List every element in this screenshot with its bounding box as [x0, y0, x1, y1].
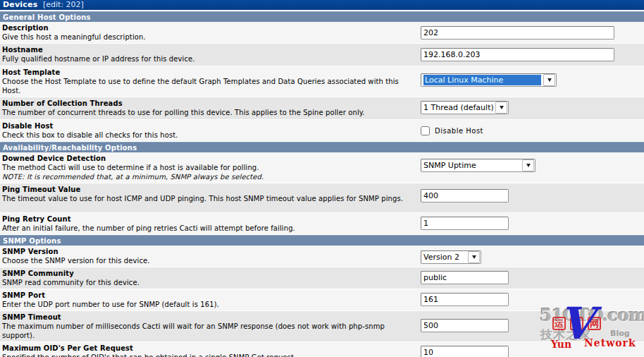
page-title: Devices [edit: 202]: [0, 0, 644, 10]
field-description: SNMP read community for this device.: [2, 278, 419, 287]
chevron-down-icon: [495, 102, 507, 114]
ping_timeout-input[interactable]: [421, 189, 509, 202]
selected-option: 1 Thread (default): [423, 102, 493, 113]
form-row-description: DescriptionGive this host a meaningful d…: [0, 22, 644, 44]
field-description: Fully qualified hostname or IP address f…: [2, 54, 419, 63]
field-description: Check this box to disable all checks for…: [2, 131, 419, 140]
field-description: Give this host a meaningful description.: [2, 32, 419, 42]
chevron-down-glyph: [472, 255, 476, 259]
form-row-snmp_timeout: SNMP TimeoutThe maximum number of millis…: [0, 311, 644, 342]
field-control: [421, 291, 509, 306]
field-label: Description: [2, 23, 419, 32]
description-input[interactable]: [421, 26, 614, 40]
page-title-app: Devices: [3, 0, 37, 9]
form-row-hostname: HostnameFully qualified hostname or IP a…: [0, 44, 644, 66]
snmp_community-input[interactable]: [421, 271, 509, 284]
chevron-down-icon: [522, 159, 534, 171]
form-row-disable_host: Disable HostCheck this box to disable al…: [0, 120, 644, 142]
field-note: NOTE: It is recommended that, at a minim…: [2, 172, 419, 181]
form-row-host_template: Host TemplateChoose the Host Template to…: [0, 66, 644, 97]
field-label: Maximum OID's Per Get Request: [2, 344, 419, 353]
field-control: 1 Thread (default): [421, 99, 509, 114]
chevron-down-glyph: [526, 164, 531, 167]
field-control: [421, 47, 614, 61]
selected-option: Local Linux Machine: [423, 75, 541, 85]
field-label: Disable Host: [2, 121, 419, 131]
chevron-down-icon: [543, 74, 555, 86]
chevron-down-glyph: [547, 78, 552, 82]
field-label: SNMP Port: [2, 291, 419, 300]
form-row-downed_detection: Downed Device DetectionThe method Cacti …: [0, 152, 644, 183]
ping_retry-input[interactable]: [421, 217, 509, 230]
chevron-down-glyph: [500, 106, 504, 109]
field-label: SNMP Timeout: [2, 313, 419, 322]
section-header: SNMP Options: [0, 235, 644, 246]
form-row-ping_timeout: Ping Timeout ValueThe timeout value to u…: [0, 183, 644, 213]
field-control: [421, 344, 509, 357]
field-control: Disable Host: [421, 123, 483, 137]
field-label: Ping Timeout Value: [2, 185, 419, 194]
section-header: General Host Options: [0, 11, 644, 22]
field-description: The maximum number of milliseconds Cacti…: [2, 322, 419, 340]
device-edit-form: General Host OptionsDescriptionGive this…: [0, 11, 644, 357]
form-row-snmp_version: SNMP VersionChoose the SNMP version for …: [0, 246, 644, 267]
field-label: Ping Retry Count: [2, 214, 419, 224]
field-control: [421, 25, 614, 40]
form-row-max_oids: Maximum OID's Per Get RequestSpecified t…: [0, 342, 644, 357]
chevron-down-icon: [468, 251, 480, 263]
field-control: Version 2: [421, 249, 481, 264]
checkbox-label: Disable Host: [435, 127, 483, 135]
field-control: [421, 215, 509, 230]
field-description: Specified the number of OID's that can b…: [2, 353, 419, 357]
field-label: SNMP Version: [2, 247, 419, 256]
snmp_timeout-input[interactable]: [421, 319, 509, 332]
field-label: Hostname: [2, 45, 419, 54]
section-header: Availability/Reachability Options: [0, 142, 644, 152]
field-control: [421, 188, 509, 202]
field-label: Host Template: [2, 68, 419, 77]
cacti-device-edit-page: Devices [edit: 202] General Host Options…: [0, 0, 644, 357]
page-title-edit: [edit: 202]: [43, 0, 84, 9]
max_oids-input[interactable]: [421, 346, 509, 357]
field-description: The method Cacti will use to determine i…: [2, 163, 419, 172]
collection_threads-select[interactable]: 1 Thread (default): [421, 101, 509, 114]
field-description: The number of concurrent threads to use …: [2, 108, 419, 117]
field-control: [421, 270, 509, 284]
field-description: Choose the SNMP version for this device.: [2, 256, 419, 265]
field-control: [421, 317, 509, 332]
field-description: Enter the UDP port number to use for SNM…: [2, 300, 419, 309]
field-label: Number of Collection Threads: [2, 99, 419, 108]
hostname-input[interactable]: [421, 48, 614, 61]
snmp_version-select[interactable]: Version 2: [421, 250, 481, 264]
field-description: The timeout value to use for host ICMP a…: [2, 194, 419, 203]
downed_detection-select[interactable]: SNMP Uptime: [421, 159, 535, 172]
form-row-snmp_port: SNMP PortEnter the UDP port number to us…: [0, 289, 644, 311]
field-description: Choose the Host Template to use to defin…: [2, 77, 419, 95]
field-label: Downed Device Detection: [2, 154, 419, 163]
form-row-collection_threads: Number of Collection ThreadsThe number o…: [0, 97, 644, 120]
selected-option: SNMP Uptime: [423, 160, 520, 171]
field-label: SNMP Community: [2, 269, 419, 278]
host_template-select[interactable]: Local Linux Machine: [421, 73, 557, 87]
field-control: Local Linux Machine: [421, 72, 557, 87]
field-description: After an initial failure, the number of …: [2, 224, 419, 233]
form-row-ping_retry: Ping Retry CountAfter an initial failure…: [0, 213, 644, 235]
field-control: SNMP Uptime: [421, 157, 535, 172]
snmp_port-input[interactable]: [421, 293, 509, 306]
selected-option: Version 2: [423, 252, 466, 262]
form-row-snmp_community: SNMP CommunitySNMP read community for th…: [0, 267, 644, 289]
disable_host-checkbox[interactable]: [421, 126, 430, 135]
